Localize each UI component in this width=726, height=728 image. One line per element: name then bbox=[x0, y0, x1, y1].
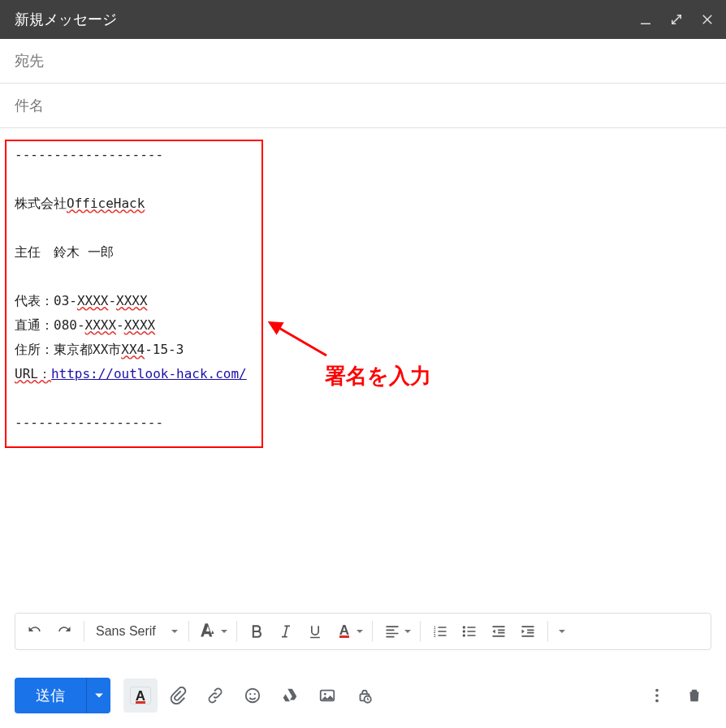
more-options-button[interactable] bbox=[640, 678, 674, 713]
svg-point-16 bbox=[324, 693, 326, 696]
discard-draft-button[interactable] bbox=[677, 678, 711, 713]
chevron-down-icon[interactable] bbox=[356, 624, 364, 639]
subject-placeholder: 件名 bbox=[15, 96, 44, 115]
to-field[interactable]: 宛先 bbox=[0, 39, 726, 84]
attach-file-button[interactable] bbox=[161, 678, 195, 713]
formatting-toggle-button[interactable]: A bbox=[123, 678, 158, 713]
svg-point-20 bbox=[655, 694, 659, 697]
font-name: Sans Serif bbox=[96, 624, 156, 639]
window-title: 新規メッセージ bbox=[15, 10, 638, 29]
svg-point-21 bbox=[655, 700, 659, 703]
bold-button[interactable] bbox=[242, 617, 271, 646]
close-icon[interactable] bbox=[700, 12, 715, 27]
toolbar-separator bbox=[84, 621, 84, 642]
sig-company: 株式会社OfficeHack bbox=[15, 192, 711, 216]
chevron-down-icon[interactable] bbox=[404, 624, 412, 639]
svg-point-11 bbox=[462, 634, 465, 636]
to-placeholder: 宛先 bbox=[15, 51, 44, 71]
subject-field[interactable]: 件名 bbox=[0, 84, 726, 128]
insert-photo-button[interactable] bbox=[310, 678, 344, 713]
chevron-down-icon bbox=[171, 624, 179, 639]
compose-action-bar: 送信 A bbox=[0, 663, 726, 728]
svg-point-9 bbox=[462, 626, 465, 628]
insert-emoji-button[interactable] bbox=[236, 678, 270, 713]
redo-button[interactable] bbox=[50, 617, 79, 646]
toolbar-separator bbox=[236, 621, 237, 642]
italic-button[interactable] bbox=[271, 617, 300, 646]
toolbar-separator bbox=[372, 621, 373, 642]
send-group: 送信 bbox=[15, 678, 110, 713]
numbered-list-button[interactable]: 123 bbox=[426, 617, 455, 646]
confidential-mode-button[interactable] bbox=[348, 678, 382, 713]
svg-point-19 bbox=[655, 689, 659, 692]
annotation-label: 署名を入力 bbox=[325, 364, 431, 388]
sig-url-link[interactable]: https://outlook-hack.com/ bbox=[51, 366, 247, 381]
bulleted-list-button[interactable] bbox=[455, 617, 484, 646]
text-color-button[interactable]: A bbox=[330, 617, 359, 646]
sig-address: 住所：東京都XX市XX4-15-3 bbox=[15, 338, 711, 362]
sig-phone-direct: 直通：080-XXXX-XXXX bbox=[15, 313, 711, 338]
undo-button[interactable] bbox=[20, 617, 50, 646]
sig-role: 主任 鈴木 一郎 bbox=[15, 240, 711, 265]
svg-point-12 bbox=[246, 689, 260, 703]
formatting-toolbar: Sans Serif A 123 bbox=[15, 613, 711, 650]
svg-point-10 bbox=[462, 630, 465, 632]
message-body[interactable]: ------------------- 株式会社OfficeHack 主任 鈴木… bbox=[0, 128, 726, 601]
underline-button[interactable] bbox=[300, 617, 330, 646]
indent-more-button[interactable] bbox=[513, 617, 542, 646]
indent-less-button[interactable] bbox=[484, 617, 513, 646]
signature: ------------------- 株式会社OfficeHack 主任 鈴木… bbox=[15, 143, 711, 435]
align-button[interactable] bbox=[378, 617, 407, 646]
svg-line-2 bbox=[676, 15, 681, 20]
fullscreen-icon[interactable] bbox=[669, 12, 684, 27]
svg-point-14 bbox=[254, 693, 256, 695]
sig-divider-top: ------------------- bbox=[15, 143, 711, 167]
svg-text:3: 3 bbox=[433, 633, 435, 638]
compose-titlebar: 新規メッセージ bbox=[0, 0, 726, 39]
toolbar-separator bbox=[547, 621, 548, 642]
svg-point-13 bbox=[249, 693, 251, 695]
font-size-button[interactable] bbox=[194, 617, 223, 646]
minimize-icon[interactable] bbox=[638, 12, 653, 27]
more-formatting-chevron-icon[interactable] bbox=[558, 624, 566, 639]
toolbar-separator bbox=[420, 621, 421, 642]
send-button[interactable]: 送信 bbox=[15, 678, 86, 713]
chevron-down-icon[interactable] bbox=[220, 624, 228, 639]
sig-divider-bottom: ------------------- bbox=[15, 411, 711, 435]
toolbar-separator bbox=[188, 621, 189, 642]
insert-drive-button[interactable] bbox=[273, 678, 307, 713]
insert-link-button[interactable] bbox=[198, 678, 232, 713]
send-options-dropdown[interactable] bbox=[86, 678, 110, 713]
window-controls bbox=[638, 12, 715, 27]
font-family-picker[interactable]: Sans Serif bbox=[89, 624, 184, 639]
sig-phone-rep: 代表：03-XXXX-XXXX bbox=[15, 289, 711, 313]
